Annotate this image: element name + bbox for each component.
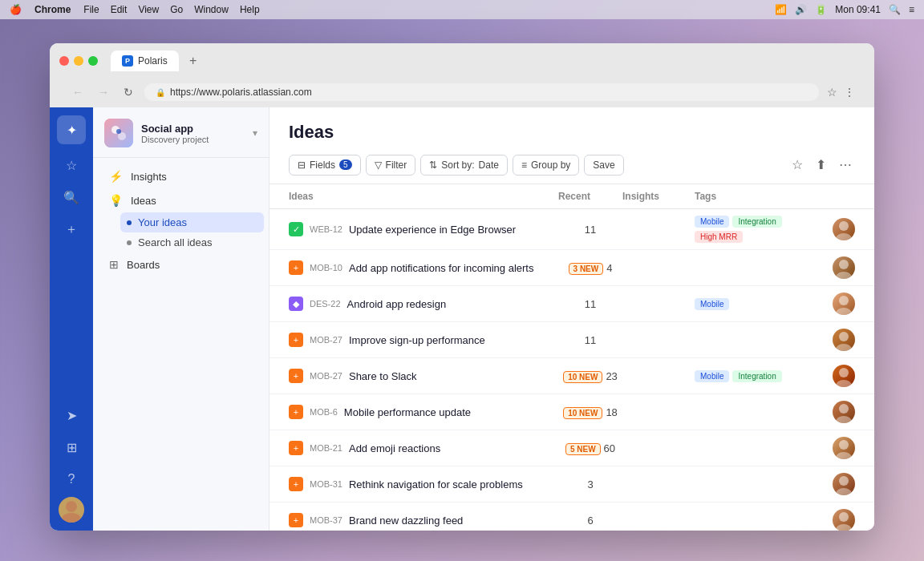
fields-button[interactable]: ⊟ Fields 5	[289, 155, 361, 176]
menu-edit[interactable]: Edit	[111, 4, 128, 15]
url-text: https://www.polaris.atlassian.com	[170, 87, 312, 98]
rail-icon-search[interactable]: 🔍	[57, 183, 86, 212]
col-tags: Tags	[695, 191, 823, 202]
col-recent: Recent	[558, 191, 622, 202]
idea-key: MOB-27	[310, 335, 342, 345]
browser-addressbar: ← → ↻ 🔒 https://www.polaris.atlassian.co…	[59, 79, 865, 107]
tags-cell: Mobile	[695, 298, 823, 310]
control-center-icon[interactable]: ≡	[909, 4, 914, 15]
menu-go[interactable]: Go	[170, 4, 183, 15]
more-options-button[interactable]: ⋯	[836, 154, 855, 176]
group-by-button[interactable]: ≡ Group by	[513, 155, 579, 176]
project-header[interactable]: Social app Discovery project ▾	[93, 107, 269, 158]
page-title: Ideas	[289, 122, 855, 143]
sidebar-sub-nav: Your ideas Search all ideas	[93, 212, 269, 252]
svg-point-16	[839, 404, 849, 414]
save-button[interactable]: Save	[584, 155, 623, 176]
app-body: ✦ ☆ 🔍 ＋ ➤ ⊞ ?	[50, 107, 874, 531]
new-badge: 10 NEW	[563, 371, 602, 383]
recent-cell: 11	[558, 334, 622, 346]
back-button[interactable]: ←	[69, 84, 87, 100]
sidebar-item-ideas[interactable]: 💡 Ideas	[98, 188, 264, 212]
avatar-cell	[823, 256, 855, 279]
share-button[interactable]: ⬆	[813, 154, 829, 176]
avatar	[833, 293, 855, 315]
rail-icon-grid[interactable]: ⊞	[57, 433, 86, 462]
sidebar-insights-label: Insights	[131, 171, 167, 183]
table-row[interactable]: ✓WEB-12Update experience in Edge Browser…	[270, 209, 874, 250]
menu-file[interactable]: File	[83, 4, 99, 15]
sidebar-item-search-ideas[interactable]: Search all ideas	[120, 232, 264, 252]
table-row[interactable]: +MOB-21Add emoji reactions5 NEW60	[270, 430, 874, 466]
new-tab-button[interactable]: +	[182, 50, 205, 72]
boards-label: Boards	[127, 259, 160, 271]
table-row[interactable]: +MOB-6Mobile performance update10 NEW18	[270, 394, 874, 430]
maximize-button[interactable]	[88, 56, 98, 66]
project-avatar	[104, 119, 133, 147]
col-avatar	[823, 191, 855, 202]
search-icon[interactable]: 🔍	[889, 4, 901, 15]
inactive-dot	[127, 240, 132, 245]
svg-point-22	[839, 512, 849, 522]
idea-type-icon: ✓	[289, 222, 303, 236]
menu-view[interactable]: View	[138, 4, 159, 15]
active-tab[interactable]: P Polaris	[111, 50, 179, 71]
idea-key: MOB-10	[310, 263, 342, 272]
avatar	[833, 509, 855, 531]
recent-cell: 11	[558, 298, 622, 310]
menu-window[interactable]: Window	[194, 4, 229, 15]
tab-bar: P Polaris +	[111, 50, 205, 72]
filter-icon: ▽	[375, 159, 382, 171]
forward-button[interactable]: →	[95, 84, 112, 100]
menubar-right: 📶 🔊 🔋 Mon 09:41 🔍 ≡	[775, 4, 914, 15]
recent-cell: 6	[558, 515, 622, 527]
rail-icon-brand[interactable]: ✦	[57, 115, 86, 144]
close-button[interactable]	[59, 56, 69, 66]
table-row[interactable]: ◆DES-22Android app redesign11Mobile	[270, 286, 874, 322]
star-icon[interactable]: ☆	[827, 86, 837, 99]
table-row[interactable]: +MOB-10Add app notifications for incomin…	[270, 250, 874, 286]
idea-title: Improve sign-up performance	[349, 334, 485, 346]
rail-icon-help[interactable]: ?	[57, 465, 86, 494]
idea-cell: +MOB-31Rethink navigation for scale prob…	[289, 477, 558, 491]
star-button[interactable]: ☆	[788, 154, 806, 176]
table-row[interactable]: +MOB-27Share to Slack10 NEW23MobileInteg…	[270, 358, 874, 394]
avatar	[833, 473, 855, 495]
svg-point-12	[839, 332, 849, 341]
rail-avatar[interactable]	[59, 497, 84, 523]
address-bar[interactable]: 🔒 https://www.polaris.atlassian.com	[144, 83, 819, 101]
browser-chrome: P Polaris + ← → ↻ 🔒 https://www.polaris.…	[50, 43, 874, 107]
table-row[interactable]: +MOB-31Rethink navigation for scale prob…	[270, 466, 874, 502]
rail-icon-add[interactable]: ＋	[57, 215, 86, 244]
more-icon[interactable]: ⋮	[844, 86, 855, 99]
refresh-button[interactable]: ↻	[120, 84, 136, 100]
table-row[interactable]: +MOB-27Improve sign-up performance11	[270, 322, 874, 358]
idea-title: Add app notifications for incoming alert…	[349, 262, 534, 274]
rail-icon-star[interactable]: ☆	[57, 151, 86, 180]
boards-icon: ⊞	[109, 258, 119, 271]
svg-point-20	[839, 476, 849, 486]
table-row[interactable]: +MOB-37Brand new dazzling feed6	[270, 502, 874, 531]
apple-menu[interactable]: 🍎	[10, 4, 22, 15]
project-sub: Discovery project	[141, 135, 245, 144]
sort-button[interactable]: ⇅ Sort by: Date	[420, 155, 508, 176]
svg-point-17	[836, 416, 852, 423]
avatar-cell	[823, 509, 855, 531]
fields-badge: 5	[339, 159, 352, 170]
tag: Mobile	[695, 298, 729, 310]
tag: Integration	[732, 216, 781, 228]
filter-button[interactable]: ▽ Filter	[366, 155, 416, 176]
svg-point-5	[116, 129, 121, 134]
filter-label: Filter	[386, 159, 407, 171]
rail-icon-send[interactable]: ➤	[57, 401, 86, 430]
idea-key: MOB-27	[310, 371, 342, 381]
sidebar-item-your-ideas[interactable]: Your ideas	[120, 212, 264, 232]
minimize-button[interactable]	[74, 56, 83, 66]
sidebar-item-insights[interactable]: ⚡ Insights	[98, 164, 264, 188]
sidebar-item-boards[interactable]: ⊞ Boards	[98, 252, 264, 276]
recent-cell: 10 NEW18	[558, 406, 622, 418]
recent-cell: 10 NEW23	[558, 370, 622, 382]
recent-cell: 3 NEW4	[558, 262, 622, 274]
menu-help[interactable]: Help	[240, 4, 260, 15]
idea-title: Brand new dazzling feed	[349, 515, 463, 527]
